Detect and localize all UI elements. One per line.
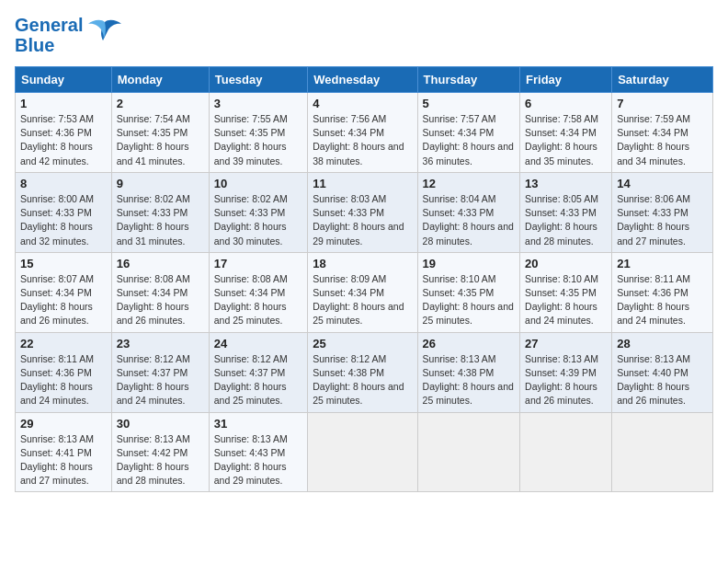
day-info: Sunrise: 7:59 AMSunset: 4:34 PMDaylight:… xyxy=(617,112,708,168)
day-number: 8 xyxy=(20,177,107,190)
day-info: Sunrise: 8:02 AMSunset: 4:33 PMDaylight:… xyxy=(214,192,303,248)
calendar-day-cell: 12Sunrise: 8:04 AMSunset: 4:33 PMDayligh… xyxy=(417,172,519,252)
day-info: Sunrise: 7:57 AMSunset: 4:34 PMDaylight:… xyxy=(423,112,515,168)
day-info: Sunrise: 8:08 AMSunset: 4:34 PMDaylight:… xyxy=(117,272,204,328)
calendar-day-cell: 14Sunrise: 8:06 AMSunset: 4:33 PMDayligh… xyxy=(612,172,713,252)
calendar-day-cell xyxy=(308,412,417,492)
calendar-day-cell: 15Sunrise: 8:07 AMSunset: 4:34 PMDayligh… xyxy=(16,252,112,332)
day-number: 5 xyxy=(423,97,515,110)
day-number: 1 xyxy=(20,97,107,110)
day-info: Sunrise: 8:13 AMSunset: 4:40 PMDaylight:… xyxy=(617,352,708,408)
day-info: Sunrise: 8:13 AMSunset: 4:42 PMDaylight:… xyxy=(117,432,204,488)
day-info: Sunrise: 8:09 AMSunset: 4:34 PMDaylight:… xyxy=(313,272,412,328)
calendar-day-cell xyxy=(417,412,519,492)
calendar-table: SundayMondayTuesdayWednesdayThursdayFrid… xyxy=(15,66,713,492)
day-number: 23 xyxy=(117,337,204,350)
day-number: 15 xyxy=(20,257,107,270)
calendar-day-cell: 10Sunrise: 8:02 AMSunset: 4:33 PMDayligh… xyxy=(209,172,308,252)
day-info: Sunrise: 7:53 AMSunset: 4:36 PMDaylight:… xyxy=(20,112,107,168)
day-info: Sunrise: 8:12 AMSunset: 4:38 PMDaylight:… xyxy=(313,352,412,408)
day-info: Sunrise: 8:04 AMSunset: 4:33 PMDaylight:… xyxy=(423,192,515,248)
day-info: Sunrise: 8:05 AMSunset: 4:33 PMDaylight:… xyxy=(525,192,607,248)
page-header: General Blue xyxy=(15,15,713,55)
day-info: Sunrise: 7:54 AMSunset: 4:35 PMDaylight:… xyxy=(117,112,204,168)
weekday-header-monday: Monday xyxy=(111,67,209,93)
day-info: Sunrise: 8:02 AMSunset: 4:33 PMDaylight:… xyxy=(117,192,204,248)
calendar-day-cell: 28Sunrise: 8:13 AMSunset: 4:40 PMDayligh… xyxy=(612,332,713,412)
day-number: 12 xyxy=(423,177,515,190)
calendar-day-cell: 17Sunrise: 8:08 AMSunset: 4:34 PMDayligh… xyxy=(209,252,308,332)
day-number: 29 xyxy=(20,417,107,431)
day-number: 24 xyxy=(214,337,303,350)
day-info: Sunrise: 7:58 AMSunset: 4:34 PMDaylight:… xyxy=(525,112,607,168)
day-info: Sunrise: 8:08 AMSunset: 4:34 PMDaylight:… xyxy=(214,272,303,328)
day-info: Sunrise: 7:55 AMSunset: 4:35 PMDaylight:… xyxy=(214,112,303,168)
day-number: 17 xyxy=(214,257,303,270)
calendar-day-cell: 29Sunrise: 8:13 AMSunset: 4:41 PMDayligh… xyxy=(16,412,112,492)
calendar-day-cell: 18Sunrise: 8:09 AMSunset: 4:34 PMDayligh… xyxy=(308,252,417,332)
calendar-day-cell: 11Sunrise: 8:03 AMSunset: 4:33 PMDayligh… xyxy=(308,172,417,252)
weekday-header-sunday: Sunday xyxy=(16,67,112,93)
logo-text-blue: Blue xyxy=(15,35,83,55)
day-number: 16 xyxy=(117,257,204,270)
day-info: Sunrise: 8:12 AMSunset: 4:37 PMDaylight:… xyxy=(117,352,204,408)
day-info: Sunrise: 8:00 AMSunset: 4:33 PMDaylight:… xyxy=(20,192,107,248)
calendar-week-row: 29Sunrise: 8:13 AMSunset: 4:41 PMDayligh… xyxy=(16,412,713,492)
day-number: 3 xyxy=(214,97,303,110)
calendar-day-cell: 9Sunrise: 8:02 AMSunset: 4:33 PMDaylight… xyxy=(111,172,209,252)
day-number: 2 xyxy=(117,97,204,110)
day-number: 18 xyxy=(313,257,412,270)
day-number: 14 xyxy=(617,177,708,190)
calendar-week-row: 15Sunrise: 8:07 AMSunset: 4:34 PMDayligh… xyxy=(16,252,713,332)
day-info: Sunrise: 8:07 AMSunset: 4:34 PMDaylight:… xyxy=(20,272,107,328)
calendar-day-cell: 3Sunrise: 7:55 AMSunset: 4:35 PMDaylight… xyxy=(209,93,308,173)
calendar-day-cell: 8Sunrise: 8:00 AMSunset: 4:33 PMDaylight… xyxy=(16,172,112,252)
calendar-day-cell: 31Sunrise: 8:13 AMSunset: 4:43 PMDayligh… xyxy=(209,412,308,492)
day-number: 20 xyxy=(525,257,607,270)
day-info: Sunrise: 8:10 AMSunset: 4:35 PMDaylight:… xyxy=(423,272,515,328)
calendar-day-cell: 21Sunrise: 8:11 AMSunset: 4:36 PMDayligh… xyxy=(612,252,713,332)
calendar-week-row: 1Sunrise: 7:53 AMSunset: 4:36 PMDaylight… xyxy=(16,93,713,173)
calendar-day-cell: 26Sunrise: 8:13 AMSunset: 4:38 PMDayligh… xyxy=(417,332,519,412)
day-number: 11 xyxy=(313,177,412,190)
day-info: Sunrise: 8:13 AMSunset: 4:39 PMDaylight:… xyxy=(525,352,607,408)
weekday-header-row: SundayMondayTuesdayWednesdayThursdayFrid… xyxy=(16,67,713,93)
calendar-header: SundayMondayTuesdayWednesdayThursdayFrid… xyxy=(16,67,713,93)
day-number: 13 xyxy=(525,177,607,190)
calendar-day-cell: 22Sunrise: 8:11 AMSunset: 4:36 PMDayligh… xyxy=(16,332,112,412)
day-info: Sunrise: 8:11 AMSunset: 4:36 PMDaylight:… xyxy=(20,352,107,408)
day-info: Sunrise: 8:11 AMSunset: 4:36 PMDaylight:… xyxy=(617,272,708,328)
calendar-day-cell: 6Sunrise: 7:58 AMSunset: 4:34 PMDaylight… xyxy=(520,93,612,173)
calendar-day-cell: 13Sunrise: 8:05 AMSunset: 4:33 PMDayligh… xyxy=(520,172,612,252)
calendar-day-cell: 30Sunrise: 8:13 AMSunset: 4:42 PMDayligh… xyxy=(111,412,209,492)
calendar-day-cell: 5Sunrise: 7:57 AMSunset: 4:34 PMDaylight… xyxy=(417,93,519,173)
weekday-header-tuesday: Tuesday xyxy=(209,67,308,93)
day-number: 7 xyxy=(617,97,708,110)
calendar-day-cell xyxy=(612,412,713,492)
calendar-week-row: 8Sunrise: 8:00 AMSunset: 4:33 PMDaylight… xyxy=(16,172,713,252)
day-number: 30 xyxy=(117,417,204,431)
day-number: 28 xyxy=(617,337,708,350)
calendar-day-cell: 2Sunrise: 7:54 AMSunset: 4:35 PMDaylight… xyxy=(111,93,209,173)
calendar-day-cell: 27Sunrise: 8:13 AMSunset: 4:39 PMDayligh… xyxy=(520,332,612,412)
day-number: 22 xyxy=(20,337,107,350)
day-info: Sunrise: 8:10 AMSunset: 4:35 PMDaylight:… xyxy=(525,272,607,328)
calendar-week-row: 22Sunrise: 8:11 AMSunset: 4:36 PMDayligh… xyxy=(16,332,713,412)
weekday-header-friday: Friday xyxy=(520,67,612,93)
calendar-day-cell: 1Sunrise: 7:53 AMSunset: 4:36 PMDaylight… xyxy=(16,93,112,173)
day-info: Sunrise: 8:06 AMSunset: 4:33 PMDaylight:… xyxy=(617,192,708,248)
weekday-header-saturday: Saturday xyxy=(612,67,713,93)
day-info: Sunrise: 8:13 AMSunset: 4:43 PMDaylight:… xyxy=(214,432,303,488)
calendar-day-cell: 25Sunrise: 8:12 AMSunset: 4:38 PMDayligh… xyxy=(308,332,417,412)
day-info: Sunrise: 7:56 AMSunset: 4:34 PMDaylight:… xyxy=(313,112,412,168)
day-info: Sunrise: 8:13 AMSunset: 4:38 PMDaylight:… xyxy=(423,352,515,408)
calendar-day-cell: 20Sunrise: 8:10 AMSunset: 4:35 PMDayligh… xyxy=(520,252,612,332)
day-number: 25 xyxy=(313,337,412,350)
weekday-header-thursday: Thursday xyxy=(417,67,519,93)
day-number: 10 xyxy=(214,177,303,190)
day-number: 9 xyxy=(117,177,204,190)
day-number: 6 xyxy=(525,97,607,110)
calendar-day-cell xyxy=(520,412,612,492)
day-number: 21 xyxy=(617,257,708,270)
calendar-day-cell: 4Sunrise: 7:56 AMSunset: 4:34 PMDaylight… xyxy=(308,93,417,173)
